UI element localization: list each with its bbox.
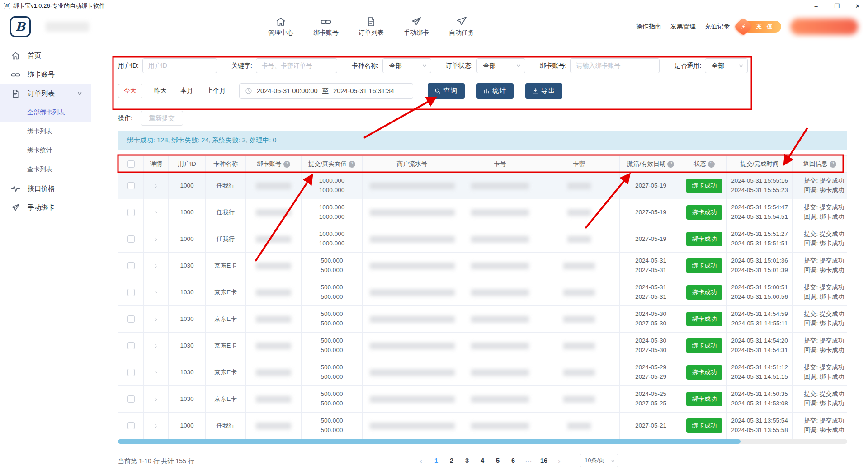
- nav-item-管理中心[interactable]: 管理中心: [268, 16, 294, 37]
- expand-row-icon[interactable]: ›: [155, 180, 157, 192]
- face-value-line: 500.000: [321, 426, 343, 435]
- expand-row-icon[interactable]: ›: [155, 313, 157, 325]
- date-toolbar: 今天昨天本月上个月2024-05-31 00:00:00至2024-05-31 …: [118, 83, 868, 99]
- row-checkbox[interactable]: [127, 315, 135, 323]
- face-value-line: 1000.000: [319, 239, 344, 249]
- query-button[interactable]: 查询: [428, 83, 465, 99]
- return-info-line: 回调: 绑卡成功: [804, 346, 844, 355]
- pagination-page-4[interactable]: 4: [476, 454, 489, 467]
- page-size-select[interactable]: 10条/页∨: [580, 454, 618, 467]
- link-icon: [321, 16, 331, 27]
- home-icon: [275, 16, 286, 27]
- status-badge[interactable]: 绑卡成功: [686, 312, 722, 327]
- pagination-page-1[interactable]: 1: [429, 454, 443, 467]
- header-link-recharge-record[interactable]: 充值记录: [705, 23, 730, 31]
- pagination-prev[interactable]: ‹: [414, 454, 428, 467]
- pagination-page-16[interactable]: 16: [537, 454, 551, 467]
- chevron-down-icon: ∨: [738, 63, 744, 69]
- status-badge[interactable]: 绑卡成功: [686, 205, 722, 220]
- card-type-select[interactable]: 全部 ∨: [382, 58, 431, 73]
- expand-row-icon[interactable]: ›: [155, 207, 157, 218]
- face-value-line: 1000.000: [319, 203, 344, 212]
- close-icon[interactable]: ✕: [847, 0, 868, 12]
- merchant-serial-cell-blurred: [363, 306, 462, 332]
- sidebar-subitem-查卡列表[interactable]: 查卡列表: [0, 160, 91, 179]
- date-range-input[interactable]: 2024-05-31 00:00:00至2024-05-31 16:31:34: [239, 83, 413, 99]
- status-badge[interactable]: 绑卡成功: [686, 285, 722, 300]
- pagination-next[interactable]: ›: [552, 454, 566, 467]
- sidebar-subitem-全部绑卡列表[interactable]: 全部绑卡列表: [0, 103, 91, 122]
- sidebar-item-接口价格[interactable]: 接口价格: [0, 179, 91, 198]
- row-checkbox[interactable]: [127, 369, 135, 376]
- header-link-guide[interactable]: 操作指南: [636, 23, 661, 31]
- row-checkbox[interactable]: [127, 182, 135, 189]
- bind-account-input[interactable]: 请输入绑卡账号: [570, 58, 660, 73]
- sidebar-item-订单列表[interactable]: 订单列表∨: [0, 84, 91, 103]
- quick-date-昨天[interactable]: 昨天: [154, 87, 167, 95]
- resubmit-button[interactable]: 重新提交: [141, 111, 183, 126]
- scrollbar-thumb[interactable]: [118, 439, 741, 444]
- card-password-cell-blurred: [538, 199, 620, 226]
- expand-row-icon[interactable]: ›: [155, 260, 157, 272]
- sidebar-item-手动绑卡[interactable]: 手动绑卡: [0, 198, 91, 217]
- stats-button[interactable]: 统计: [476, 83, 514, 99]
- row-checkbox[interactable]: [127, 262, 135, 269]
- expand-row-icon[interactable]: ›: [155, 393, 157, 405]
- nav-item-自动任务[interactable]: 自动任务: [448, 16, 475, 37]
- pagination-page-3[interactable]: 3: [460, 454, 474, 467]
- nav-item-手动绑卡[interactable]: 手动绑卡: [403, 16, 429, 37]
- row-checkbox[interactable]: [127, 209, 135, 216]
- status-badge[interactable]: 绑卡成功: [686, 179, 722, 193]
- pagination-page-2[interactable]: 2: [445, 454, 458, 467]
- pagination-page-6[interactable]: 6: [506, 454, 520, 467]
- row-checkbox[interactable]: [127, 235, 135, 243]
- export-button[interactable]: 导出: [525, 83, 562, 99]
- expand-row-icon[interactable]: ›: [155, 420, 157, 432]
- status-badge[interactable]: 绑卡成功: [686, 418, 722, 433]
- help-icon[interactable]: ?: [283, 161, 290, 168]
- expand-row-icon[interactable]: ›: [155, 287, 157, 298]
- sidebar-item-绑卡账号[interactable]: 绑卡账号: [0, 65, 91, 84]
- nav-item-绑卡账号[interactable]: 绑卡账号: [313, 16, 339, 37]
- nav-item-订单列表[interactable]: 订单列表: [358, 16, 384, 37]
- balance-button-blurred[interactable]: [790, 19, 858, 35]
- expand-row-icon[interactable]: ›: [155, 367, 157, 378]
- keyword-input[interactable]: 卡号、卡密订单号: [256, 58, 337, 73]
- sidebar-item-首页[interactable]: 首页: [0, 46, 91, 65]
- help-icon[interactable]: ?: [708, 161, 715, 168]
- recharge-button[interactable]: ⚡ 充 值: [743, 21, 781, 33]
- merchant-serial-cell-blurred: [363, 173, 462, 199]
- status-badge[interactable]: 绑卡成功: [686, 232, 722, 247]
- universal-select[interactable]: 全部 ∨: [705, 58, 748, 73]
- expand-row-icon[interactable]: ›: [155, 233, 157, 245]
- help-icon[interactable]: ?: [830, 161, 836, 168]
- help-icon[interactable]: ?: [667, 161, 674, 168]
- sidebar-subitem-绑卡列表[interactable]: 绑卡列表: [0, 122, 91, 141]
- horizontal-scrollbar[interactable]: [118, 439, 847, 444]
- row-checkbox[interactable]: [127, 395, 135, 403]
- status-badge[interactable]: 绑卡成功: [686, 392, 722, 407]
- select-all-checkbox[interactable]: [127, 160, 135, 168]
- status-badge[interactable]: 绑卡成功: [686, 338, 722, 353]
- user-id-input[interactable]: 用户ID: [142, 58, 217, 73]
- row-checkbox[interactable]: [127, 342, 135, 349]
- row-checkbox[interactable]: [127, 422, 135, 429]
- date-line: 2027-05-31: [635, 292, 666, 302]
- header-link-invoice[interactable]: 发票管理: [670, 23, 696, 31]
- pagination-page-5[interactable]: 5: [491, 454, 505, 467]
- status-badge[interactable]: 绑卡成功: [686, 258, 722, 273]
- help-icon[interactable]: ?: [349, 161, 355, 168]
- card-type-cell: 任我行: [206, 199, 246, 226]
- blurred-value: [370, 183, 455, 189]
- row-checkbox[interactable]: [127, 289, 135, 296]
- expand-row-icon[interactable]: ›: [155, 340, 157, 352]
- quick-date-上个月[interactable]: 上个月: [207, 87, 226, 95]
- quick-date-今天[interactable]: 今天: [118, 84, 142, 98]
- quick-date-本月[interactable]: 本月: [180, 87, 193, 95]
- order-status-select[interactable]: 全部 ∨: [476, 58, 525, 73]
- blurred-value: [563, 316, 595, 323]
- maximize-icon[interactable]: ❐: [826, 0, 847, 12]
- minimize-icon[interactable]: –: [806, 0, 826, 12]
- sidebar-subitem-绑卡统计[interactable]: 绑卡统计: [0, 141, 91, 160]
- status-badge[interactable]: 绑卡成功: [686, 365, 722, 380]
